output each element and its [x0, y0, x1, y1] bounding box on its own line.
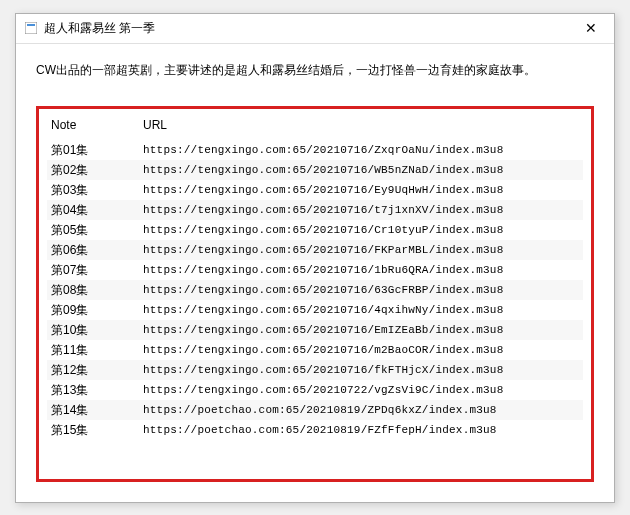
table-row[interactable]: 第03集https://tengxingo.com:65/20210716/Ey…: [47, 180, 583, 200]
header-url[interactable]: URL: [139, 115, 583, 140]
episode-note: 第08集: [47, 280, 139, 300]
table-row[interactable]: 第01集https://tengxingo.com:65/20210716/Zx…: [47, 140, 583, 160]
episode-note: 第04集: [47, 200, 139, 220]
episode-url: https://tengxingo.com:65/20210716/fkFTHj…: [139, 360, 583, 380]
episode-note: 第13集: [47, 380, 139, 400]
table-highlight-box: Note URL 第01集https://tengxingo.com:65/20…: [36, 106, 594, 481]
table-row[interactable]: 第07集https://tengxingo.com:65/20210716/1b…: [47, 260, 583, 280]
episode-note: 第05集: [47, 220, 139, 240]
app-icon: [24, 21, 38, 35]
table-row[interactable]: 第15集https://poetchao.com:65/20210819/FZf…: [47, 420, 583, 440]
episode-note: 第15集: [47, 420, 139, 440]
table-row[interactable]: 第13集https://tengxingo.com:65/20210722/vg…: [47, 380, 583, 400]
episode-url: https://poetchao.com:65/20210819/FZfFfep…: [139, 420, 583, 440]
episode-url: https://tengxingo.com:65/20210716/Ey9UqH…: [139, 180, 583, 200]
episode-url: https://tengxingo.com:65/20210716/WB5nZN…: [139, 160, 583, 180]
episode-note: 第01集: [47, 140, 139, 160]
episode-note: 第06集: [47, 240, 139, 260]
episode-url: https://tengxingo.com:65/20210716/Cr10ty…: [139, 220, 583, 240]
episode-note: 第11集: [47, 340, 139, 360]
description-text: CW出品的一部超英剧，主要讲述的是超人和露易丝结婚后，一边打怪兽一边育娃的家庭故…: [36, 62, 594, 79]
window-title: 超人和露易丝 第一季: [44, 20, 576, 37]
episode-note: 第12集: [47, 360, 139, 380]
table-row[interactable]: 第11集https://tengxingo.com:65/20210716/m2…: [47, 340, 583, 360]
episode-url: https://tengxingo.com:65/20210722/vgZsVi…: [139, 380, 583, 400]
episode-url: https://tengxingo.com:65/20210716/EmIZEa…: [139, 320, 583, 340]
title-bar[interactable]: 超人和露易丝 第一季 ✕: [16, 14, 614, 44]
episode-note: 第07集: [47, 260, 139, 280]
window-frame: 超人和露易丝 第一季 ✕ CW出品的一部超英剧，主要讲述的是超人和露易丝结婚后，…: [15, 13, 615, 503]
episode-table: Note URL 第01集https://tengxingo.com:65/20…: [47, 115, 583, 440]
header-note[interactable]: Note: [47, 115, 139, 140]
episode-url: https://tengxingo.com:65/20210716/FKParM…: [139, 240, 583, 260]
close-button[interactable]: ✕: [576, 14, 606, 43]
content-area: CW出品的一部超英剧，主要讲述的是超人和露易丝结婚后，一边打怪兽一边育娃的家庭故…: [16, 44, 614, 502]
table-row[interactable]: 第02集https://tengxingo.com:65/20210716/WB…: [47, 160, 583, 180]
table-row[interactable]: 第14集https://poetchao.com:65/20210819/ZPD…: [47, 400, 583, 420]
episode-url: https://tengxingo.com:65/20210716/4qxihw…: [139, 300, 583, 320]
table-row[interactable]: 第09集https://tengxingo.com:65/20210716/4q…: [47, 300, 583, 320]
episode-note: 第14集: [47, 400, 139, 420]
episode-note: 第09集: [47, 300, 139, 320]
svg-rect-0: [25, 22, 37, 34]
episode-url: https://tengxingo.com:65/20210716/m2BaoC…: [139, 340, 583, 360]
table-header-row: Note URL: [47, 115, 583, 140]
table-row[interactable]: 第10集https://tengxingo.com:65/20210716/Em…: [47, 320, 583, 340]
table-row[interactable]: 第04集https://tengxingo.com:65/20210716/t7…: [47, 200, 583, 220]
table-row[interactable]: 第05集https://tengxingo.com:65/20210716/Cr…: [47, 220, 583, 240]
episode-url: https://tengxingo.com:65/20210716/t7j1xn…: [139, 200, 583, 220]
table-row[interactable]: 第06集https://tengxingo.com:65/20210716/FK…: [47, 240, 583, 260]
episode-url: https://tengxingo.com:65/20210716/63GcFR…: [139, 280, 583, 300]
episode-note: 第02集: [47, 160, 139, 180]
table-row[interactable]: 第08集https://tengxingo.com:65/20210716/63…: [47, 280, 583, 300]
svg-rect-1: [27, 24, 35, 26]
episode-url: https://poetchao.com:65/20210819/ZPDq6kx…: [139, 400, 583, 420]
episode-url: https://tengxingo.com:65/20210716/1bRu6Q…: [139, 260, 583, 280]
episode-note: 第03集: [47, 180, 139, 200]
table-row[interactable]: 第12集https://tengxingo.com:65/20210716/fk…: [47, 360, 583, 380]
episode-url: https://tengxingo.com:65/20210716/ZxqrOa…: [139, 140, 583, 160]
episode-note: 第10集: [47, 320, 139, 340]
